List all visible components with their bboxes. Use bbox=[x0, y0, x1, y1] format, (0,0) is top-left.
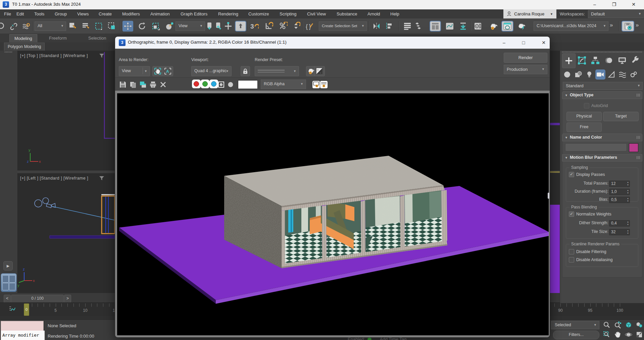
disable-filtering-checkbox[interactable] bbox=[569, 249, 574, 254]
clone-window-icon[interactable] bbox=[139, 80, 147, 89]
free-camera-button[interactable]: Free bbox=[566, 123, 602, 132]
edit-named-selection-sets-icon[interactable]: { } bbox=[304, 21, 315, 32]
zoom-extents-all-icon[interactable] bbox=[634, 321, 644, 329]
render-preset-dropdown[interactable]: ▼ bbox=[255, 66, 299, 76]
material-editor-icon[interactable] bbox=[489, 21, 499, 32]
menu-item-tools[interactable]: Tools bbox=[34, 9, 44, 18]
copy-image-icon[interactable] bbox=[129, 80, 137, 89]
menu-item-customize[interactable]: Customize bbox=[248, 9, 269, 18]
channel-display-dropdown[interactable]: RGB Alpha ▼ bbox=[261, 80, 306, 89]
curve-editor-icon[interactable] bbox=[444, 21, 455, 32]
menu-item-create[interactable]: Create bbox=[99, 9, 112, 18]
minimize-button[interactable]: – bbox=[589, 0, 600, 9]
reference-coordsys-dropdown[interactable]: View ▼ bbox=[176, 21, 205, 31]
background-color-swatch[interactable] bbox=[238, 80, 258, 89]
normalize-weights-checkbox[interactable]: ✓ bbox=[569, 211, 574, 217]
spinner-field[interactable]: 1,0▲▼ bbox=[609, 189, 630, 195]
display-passes-checkbox[interactable]: ✓ bbox=[569, 172, 574, 177]
user-account-menu[interactable]: Carolina Roque ▼ bbox=[503, 9, 556, 18]
target-camera-button[interactable]: Target bbox=[603, 112, 639, 121]
category-space-warps[interactable] bbox=[617, 69, 628, 80]
maxscript-mini-listener[interactable]: Array modifier bbox=[1, 331, 45, 340]
maxscript-listener-macro-row[interactable] bbox=[1, 321, 44, 331]
select-and-place-button[interactable] bbox=[164, 21, 175, 32]
toolbar-overflow-chevron[interactable]: » bbox=[610, 22, 613, 29]
pan-hand-icon[interactable] bbox=[613, 330, 623, 339]
next-frame-button[interactable]: > bbox=[64, 295, 71, 303]
render-maximize-button[interactable]: □ bbox=[517, 38, 530, 47]
monochrome-button[interactable] bbox=[226, 80, 235, 89]
percent-snap-icon[interactable] bbox=[278, 21, 289, 32]
unlink-icon[interactable] bbox=[8, 21, 19, 32]
category-systems[interactable] bbox=[629, 69, 639, 80]
category-shapes[interactable] bbox=[573, 69, 583, 80]
menu-item-animation[interactable]: Animation bbox=[150, 9, 170, 18]
render-mode-dropdown[interactable]: Production ▼ bbox=[504, 65, 547, 74]
menu-item-group[interactable]: Group bbox=[55, 9, 67, 18]
undo-icon[interactable] bbox=[0, 21, 6, 32]
dock-toolbar-icon[interactable] bbox=[458, 21, 468, 32]
category-helpers[interactable] bbox=[606, 69, 616, 80]
zoom-icon[interactable] bbox=[602, 321, 612, 329]
tab-utilities[interactable] bbox=[629, 53, 642, 67]
use-pivot-center-icon[interactable] bbox=[206, 21, 214, 32]
select-and-scale-button[interactable] bbox=[150, 21, 161, 32]
snaps-toggle-icon[interactable]: 3 bbox=[249, 21, 260, 32]
toolbar-overflow-chevron-2[interactable]: » bbox=[636, 22, 639, 29]
menu-item-edit[interactable]: Edit bbox=[16, 9, 24, 18]
named-selection-sets-dropdown[interactable]: Create Selection Set ▼ bbox=[319, 21, 367, 31]
key-filters-button[interactable]: Filters... bbox=[553, 331, 599, 339]
toolbar-drag-handle[interactable] bbox=[5, 51, 13, 53]
track-eye-icon[interactable] bbox=[319, 80, 329, 89]
workspace-dropdown[interactable]: Default ▼ bbox=[588, 10, 644, 18]
lock-viewport-button[interactable] bbox=[241, 66, 250, 76]
spinner-snap-icon[interactable] bbox=[291, 21, 301, 32]
bind-space-warp-icon[interactable] bbox=[21, 21, 32, 32]
spinner-arrows-icon[interactable]: ▲▼ bbox=[627, 181, 629, 186]
category-lights[interactable] bbox=[584, 69, 594, 80]
keyboard-shortcut-override-button[interactable] bbox=[235, 21, 246, 32]
menu-item-modifiers[interactable]: Modifiers bbox=[122, 9, 140, 18]
rollout-header[interactable]: ▼Motion Blur Parameters bbox=[562, 154, 642, 161]
render-window-titlebar[interactable]: 3 Orthographic, frame 0, Display Gamma: … bbox=[115, 37, 550, 49]
ribbon-subtab-polygon-modeling[interactable]: Polygon Modeling bbox=[4, 43, 45, 51]
selection-filter-dropdown[interactable]: All ▼ bbox=[35, 21, 66, 31]
scroll-nub[interactable] bbox=[548, 193, 549, 199]
render-production-icon[interactable] bbox=[516, 21, 527, 32]
spinner-field[interactable]: 0,5▲▼ bbox=[609, 197, 630, 203]
menu-item-graph-editors[interactable]: Graph Editors bbox=[181, 9, 207, 18]
selection-region-icon[interactable] bbox=[93, 21, 104, 32]
alpha-channel-button[interactable] bbox=[217, 80, 226, 89]
object-name-input[interactable] bbox=[565, 143, 627, 151]
select-and-move-button[interactable] bbox=[122, 21, 133, 32]
clear-image-icon[interactable] bbox=[159, 80, 167, 89]
category-geometry[interactable] bbox=[562, 69, 572, 80]
menu-item-views[interactable]: Views bbox=[77, 9, 89, 18]
close-button[interactable]: ✕ bbox=[628, 0, 639, 9]
mirror-icon[interactable] bbox=[371, 21, 382, 32]
rollout-header[interactable]: ▼Name and Color bbox=[562, 134, 642, 141]
red-channel-button[interactable] bbox=[192, 80, 201, 88]
maximize-viewport-toggle-icon[interactable] bbox=[634, 330, 644, 339]
green-channel-button[interactable] bbox=[201, 80, 209, 88]
viewport-layout-tab-button[interactable] bbox=[1, 273, 17, 292]
current-frame-button[interactable]: 0 / 100 bbox=[11, 295, 64, 303]
zoom-all-icon[interactable] bbox=[613, 321, 623, 329]
expand-toolbar-button[interactable]: ▶ bbox=[3, 261, 13, 271]
key-filter-selected-dropdown[interactable]: Selected ▼ bbox=[551, 321, 599, 329]
mini-curve-editor-icon[interactable] bbox=[9, 305, 15, 313]
select-by-name-icon[interactable] bbox=[81, 21, 91, 32]
panel-drag-handle[interactable] bbox=[562, 51, 642, 53]
menu-item-file[interactable]: File bbox=[4, 9, 11, 18]
save-scene-increment-button[interactable] bbox=[622, 21, 634, 32]
toggle-scene-explorer-button[interactable] bbox=[430, 21, 441, 32]
spinner-arrows-icon[interactable]: ▲▼ bbox=[627, 221, 629, 226]
menu-item-scripting[interactable]: Scripting bbox=[280, 9, 297, 18]
ribbon-tab-freeform[interactable]: Freeform bbox=[44, 34, 71, 42]
spinner-arrows-icon[interactable]: ▲▼ bbox=[627, 229, 629, 235]
menu-item-civil-view[interactable]: Civil View bbox=[307, 9, 326, 18]
ribbon-tab-modeling[interactable]: Modeling bbox=[9, 34, 37, 43]
render-setup-icon[interactable] bbox=[473, 21, 483, 32]
autogrid-checkbox[interactable] bbox=[584, 103, 589, 108]
previous-frame-button[interactable]: < bbox=[4, 295, 11, 303]
